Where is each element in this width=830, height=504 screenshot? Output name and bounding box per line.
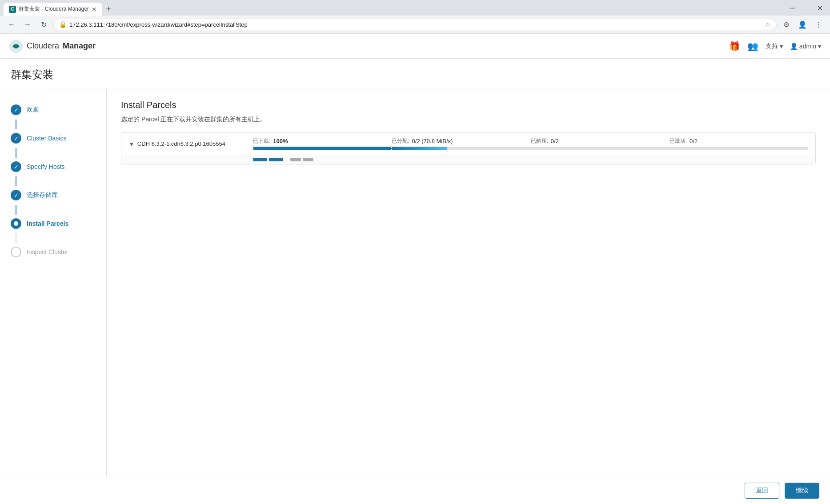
- footer: 返回 继续: [0, 477, 830, 504]
- address-bar: ← → ↻ 🔒 172.26.3.111:7180/cmf/express-wi…: [0, 16, 830, 33]
- main-layout: ✓ 欢迎 ✓ Cluster Basics ✓ Specify Hosts ✓: [0, 89, 830, 504]
- download-bar-fill: [253, 147, 392, 150]
- parcel-download-col: 已下载: 100%: [253, 137, 392, 150]
- download-value: 100%: [273, 138, 288, 144]
- download-label: 已下载:: [253, 137, 270, 145]
- main-area: Install Parcels 选定的 Parcel 正在下载并安装在群集的所有…: [107, 89, 830, 504]
- connector-1: [16, 120, 16, 129]
- activate-label: 已激活:: [670, 137, 687, 145]
- unpack-value: 0/2: [551, 138, 559, 144]
- connector-5: [16, 233, 16, 243]
- distribute-value: 0/2 (70.8 MiB/s): [412, 138, 453, 144]
- sidebar-item-cluster-basics[interactable]: ✓ Cluster Basics: [0, 127, 106, 150]
- back-button[interactable]: 返回: [745, 483, 779, 499]
- window-minimize-button[interactable]: ─: [786, 3, 798, 13]
- menu-icon[interactable]: ⋮: [812, 18, 825, 31]
- tab-favicon: C: [9, 6, 16, 13]
- connector-2: [16, 148, 16, 158]
- nav-forward-button[interactable]: →: [21, 18, 34, 31]
- sidebar-label-specify-hosts: Specify Hosts: [27, 163, 65, 170]
- sidebar-label-cluster-basics: Cluster Basics: [27, 135, 66, 142]
- sidebar-label-inspect-cluster: Inspect Cluster: [27, 248, 68, 256]
- app-logo: Cloudera Manager: [9, 39, 96, 53]
- parcel-sub-row: [121, 155, 815, 164]
- sidebar-label-welcome: 欢迎: [27, 106, 39, 114]
- sidebar-item-inspect-cluster: Inspect Cluster: [0, 240, 106, 264]
- step-circle-select-repo: ✓: [11, 190, 21, 200]
- user-icon: 👤: [790, 43, 798, 50]
- window-maximize-button[interactable]: □: [800, 3, 812, 13]
- step-circle-inspect-cluster: [11, 247, 21, 257]
- step-circle-cluster-basics: ✓: [11, 133, 21, 144]
- connector-4: [16, 205, 16, 215]
- people-icon[interactable]: 👥: [747, 41, 758, 52]
- header-actions: 🎁 👥 支持 ▾ 👤 admin ▾: [729, 41, 821, 52]
- new-tab-button[interactable]: +: [102, 3, 115, 16]
- user-dropdown-icon: ▾: [818, 43, 821, 50]
- connector-3: [16, 176, 16, 186]
- mini-bar-loading-1: [290, 158, 301, 161]
- app-header: Cloudera Manager 🎁 👥 支持 ▾ 👤 admin ▾: [0, 34, 830, 59]
- download-progress: [253, 147, 392, 150]
- support-dropdown-icon: ▾: [780, 43, 783, 50]
- tab-close-button[interactable]: ✕: [92, 6, 97, 13]
- parcel-activate-col: 已激活: 0/2: [670, 137, 808, 150]
- sidebar-label-select-repo: 选择存储库: [27, 191, 58, 199]
- section-desc: 选定的 Parcel 正在下载并安装在群集的所有主机上。: [121, 116, 816, 124]
- parcel-expand-icon[interactable]: ▼: [128, 140, 135, 148]
- mini-bar-1: [253, 158, 267, 161]
- section-title: Install Parcels: [121, 100, 816, 110]
- sidebar-item-welcome[interactable]: ✓ 欢迎: [0, 98, 106, 121]
- continue-button[interactable]: 继续: [785, 483, 819, 499]
- nav-back-button[interactable]: ←: [5, 18, 18, 31]
- distribute-progress: [392, 147, 530, 150]
- support-button[interactable]: 支持 ▾: [766, 42, 783, 50]
- unpack-progress: [531, 147, 670, 150]
- profile-icon[interactable]: 👤: [796, 18, 809, 31]
- gift-icon[interactable]: 🎁: [729, 41, 740, 52]
- url-text: 172.26.3.111:7180/cmf/express-wizard/wiz…: [69, 21, 762, 28]
- sidebar-item-specify-hosts[interactable]: ✓ Specify Hosts: [0, 155, 106, 178]
- step-circle-install-parcels: [11, 218, 21, 229]
- browser-chrome: C 群集安装 - Cloudera Manager ✕ + ─ □ ✕ ← → …: [0, 0, 830, 34]
- mini-bar-2: [269, 158, 283, 161]
- url-bar[interactable]: 🔒 172.26.3.111:7180/cmf/express-wizard/w…: [53, 19, 777, 30]
- logo-manager: Manager: [63, 41, 96, 51]
- parcel-name-text: CDH 6.3.2-1.cdh6.3.2.p0.1605554: [137, 140, 225, 147]
- unpack-label: 已解压:: [531, 137, 548, 145]
- distribute-label: 已分配:: [392, 137, 409, 145]
- page-title: 群集安装: [0, 59, 830, 89]
- active-tab[interactable]: C 群集安装 - Cloudera Manager ✕: [4, 3, 102, 16]
- user-menu-button[interactable]: 👤 admin ▾: [790, 43, 821, 50]
- window-close-button[interactable]: ✕: [814, 3, 826, 13]
- distribute-bar-fill: [392, 147, 447, 150]
- sidebar-label-install-parcels: Install Parcels: [27, 220, 68, 227]
- cloudera-logo-icon: [9, 39, 23, 53]
- bookmark-icon[interactable]: ☆: [765, 21, 771, 28]
- extensions-icon[interactable]: ⚙: [780, 18, 793, 31]
- sidebar: ✓ 欢迎 ✓ Cluster Basics ✓ Specify Hosts ✓: [0, 89, 107, 504]
- window-controls: ─ □ ✕: [786, 3, 826, 15]
- step-circle-specify-hosts: ✓: [11, 161, 21, 172]
- logo-cloudera: Cloudera: [27, 41, 59, 51]
- step-circle-welcome: ✓: [11, 104, 21, 115]
- parcel-table: ▼ CDH 6.3.2-1.cdh6.3.2.p0.1605554 已下载: 1…: [121, 132, 816, 164]
- tab-bar: C 群集安装 - Cloudera Manager ✕ + ─ □ ✕: [0, 0, 830, 16]
- parcel-row: ▼ CDH 6.3.2-1.cdh6.3.2.p0.1605554 已下载: 1…: [121, 133, 815, 155]
- activate-value: 0/2: [690, 138, 698, 144]
- mini-bar-loading-2: [303, 158, 313, 161]
- parcel-distribute-col: 已分配: 0/2 (70.8 MiB/s): [392, 137, 530, 150]
- nav-refresh-button[interactable]: ↻: [37, 18, 50, 31]
- sub-progress-bars: [253, 158, 313, 161]
- activate-progress: [670, 147, 808, 150]
- tab-title: 群集安装 - Cloudera Manager: [19, 5, 89, 13]
- parcel-unpack-col: 已解压: 0/2: [531, 137, 670, 150]
- sidebar-item-select-repo[interactable]: ✓ 选择存储库: [0, 184, 106, 207]
- parcel-name-col: ▼ CDH 6.3.2-1.cdh6.3.2.p0.1605554: [128, 140, 253, 148]
- sidebar-item-install-parcels[interactable]: Install Parcels: [0, 212, 106, 235]
